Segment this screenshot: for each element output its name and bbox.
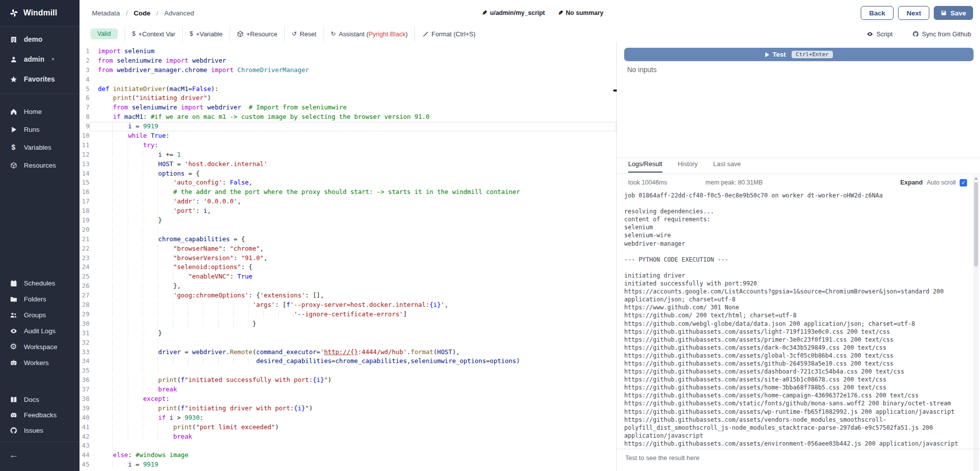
code-line: 9 i = 9919 — [80, 122, 616, 131]
code-line: 38 except: — [80, 394, 616, 404]
code-line: 22 "browserName": "chrome", — [80, 244, 616, 254]
sidebar-item-home[interactable]: Home — [0, 103, 80, 119]
sidebar-item-audit-logs[interactable]: Audit Logs — [0, 323, 80, 338]
sidebar-divider — [0, 442, 80, 442]
shortcut-badge: Ctrl+Enter — [792, 51, 832, 58]
sidebar-item-label: Folders — [24, 295, 46, 303]
test-button[interactable]: Test Ctrl+Enter — [624, 48, 974, 61]
package-icon — [237, 31, 244, 37]
code-line: 2from seleniumwire import webdriver — [80, 56, 616, 66]
sidebar: Windmill demo admin ▾ Favorites Home Run… — [0, 0, 80, 471]
tab-advanced[interactable]: Advanced — [164, 9, 194, 17]
code-line: 6 print("initiating driver") — [80, 94, 616, 103]
user-icon — [9, 55, 17, 63]
code-line: 1import selenium — [80, 47, 616, 56]
sidebar-item-workspace-settings[interactable]: ⚙ Workspace — [0, 339, 80, 354]
code-line: 41 print("port limit exceeded") — [80, 423, 616, 432]
autoscroll-checkbox[interactable]: ✓ — [960, 179, 967, 187]
discord-icon — [9, 411, 17, 419]
add-variable-button[interactable]: $ +Variable — [183, 30, 230, 38]
autoscroll-label[interactable]: Auto scroll — [927, 179, 956, 186]
code-line: 18 'port': i, — [80, 206, 616, 216]
expand-button[interactable]: Expand — [900, 179, 922, 186]
code-line: 26 }, — [80, 282, 616, 291]
sidebar-item-label: Audit Logs — [24, 327, 56, 335]
github-icon — [912, 31, 919, 37]
code-line: 36 print(f"initiated successfully with p… — [80, 376, 616, 385]
sidebar-item-resources[interactable]: Resources — [0, 157, 80, 173]
sidebar-item-folders[interactable]: Folders — [0, 291, 80, 306]
log-scrollbar[interactable]: ▲ — [973, 175, 979, 471]
tab-last-save[interactable]: Last save — [713, 160, 741, 173]
sidebar-item-workspace[interactable]: demo — [0, 32, 80, 47]
sidebar-item-label: Schedules — [24, 280, 55, 287]
code-line: 27 'goog:chromeOptions': {'extensions': … — [80, 291, 616, 300]
favorites-label: Favorites — [24, 75, 55, 83]
editor-toolbar: Valid $ +Context Var $ +Variable +Resour… — [80, 26, 980, 42]
code-line: 8 if macM1: #if we are on mac m1 -> cust… — [80, 112, 616, 122]
code-line: 23 "browserVersion": "91.0", — [80, 254, 616, 263]
code-line: 42 break — [80, 432, 616, 442]
duration-label: took 10046ms — [628, 179, 667, 186]
mem-peak-label: mem peak: 80.31MB — [706, 179, 763, 186]
sidebar-divider — [0, 94, 80, 94]
brand[interactable]: Windmill — [0, 0, 80, 26]
sidebar-item-workers[interactable]: Workers — [0, 355, 80, 370]
code-lines: 1import selenium2from seleniumwire impor… — [80, 47, 616, 470]
cube-icon — [9, 161, 17, 169]
sidebar-item-favorites[interactable]: Favorites — [0, 72, 80, 87]
code-editor[interactable]: 1import selenium2from seleniumwire impor… — [80, 42, 616, 471]
code-line: 43 — [80, 441, 616, 451]
tab-code[interactable]: Code — [134, 9, 151, 17]
result-divider — [617, 449, 980, 449]
script-kind-button[interactable]: Script — [867, 30, 893, 38]
log-output: job 01864aff-22dd-cf40-f0c5-0ec8e9b50c70… — [624, 191, 968, 448]
eye-icon — [867, 31, 873, 37]
sync-from-github-button[interactable]: Sync from Github — [912, 30, 971, 38]
tab-metadata[interactable]: Metadata — [92, 9, 120, 17]
scroll-up-icon[interactable]: ▲ — [974, 176, 978, 181]
sidebar-item-groups[interactable]: Groups — [0, 307, 80, 322]
sidebar-item-variables[interactable]: $ Variables — [0, 139, 80, 155]
tab-history[interactable]: History — [678, 160, 698, 173]
play-icon — [765, 52, 769, 57]
sidebar-item-label: Variables — [24, 144, 51, 151]
collapse-sidebar-button[interactable]: ← — [6, 447, 21, 464]
add-resource-button[interactable]: +Resource — [230, 30, 284, 38]
sidebar-item-issues[interactable]: Issues — [0, 423, 80, 438]
run-stats: took 10046ms mem peak: 80.31MB Expand Au… — [628, 177, 967, 188]
code-line: 3from webdriver_manager.chrome import Ch… — [80, 66, 616, 75]
code-line: 15 'auto_config': False, — [80, 178, 616, 188]
code-line: 35 — [80, 366, 616, 376]
format-button[interactable]: Format (Ctrl+S) — [415, 30, 483, 38]
sidebar-item-label: Issues — [24, 427, 43, 434]
code-line: 28 'args': [f'--proxy-server=host.docker… — [80, 300, 616, 310]
tab-logs-result[interactable]: Logs/Result — [628, 160, 662, 173]
assistant-toggle[interactable]: ↻ Assistant (Pyright Black) — [324, 30, 415, 38]
script-summary-edit[interactable]: ✎ No summary — [558, 9, 604, 16]
sidebar-item-schedules[interactable]: Schedules — [0, 276, 80, 290]
github-icon — [9, 426, 17, 434]
no-inputs-label: No inputs — [627, 66, 656, 74]
pencil-icon: ✎ — [558, 9, 563, 16]
reset-button[interactable]: ↺ Reset — [285, 30, 324, 38]
sidebar-item-runs[interactable]: Runs — [0, 121, 80, 137]
logs-splitter[interactable] — [617, 158, 980, 158]
script-path-edit[interactable]: ✎ u/admin/my_script — [482, 9, 545, 16]
scrollbar-thumb[interactable] — [974, 182, 978, 267]
sidebar-item-docs[interactable]: Docs — [0, 392, 80, 407]
back-button[interactable]: Back — [861, 6, 894, 20]
sidebar-item-feedbacks[interactable]: Feedbacks — [0, 407, 80, 422]
sidebar-item-user[interactable]: admin ▾ — [0, 52, 80, 67]
code-line: 25 "enableVNC": True — [80, 272, 616, 282]
breadcrumb-separator: / — [157, 9, 159, 17]
next-button[interactable]: Next — [898, 6, 929, 20]
pen-icon — [422, 31, 428, 37]
header: Metadata / Code / Advanced ✎ u/admin/my_… — [80, 0, 980, 26]
robot-icon — [9, 359, 17, 367]
code-line: 30 } — [80, 319, 616, 329]
save-button[interactable]: Save — [934, 6, 973, 20]
sidebar-item-label: Resources — [24, 162, 56, 169]
add-context-var-button[interactable]: $ +Context Var — [125, 30, 182, 38]
sidebar-item-label: Feedbacks — [24, 411, 57, 419]
